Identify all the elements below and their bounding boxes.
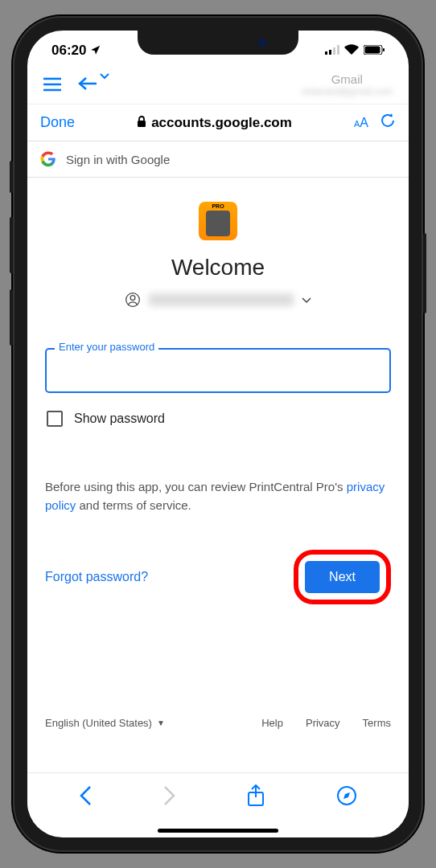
text-size-button[interactable]: AA <box>354 116 368 130</box>
done-button[interactable]: Done <box>40 114 75 131</box>
account-label[interactable]: Gmail redacted@gmail.com <box>301 72 393 97</box>
action-row: Forgot password? Next <box>45 550 391 604</box>
cellular-signal-icon <box>325 43 339 59</box>
password-label: Enter your password <box>55 341 158 353</box>
svg-rect-11 <box>138 121 146 127</box>
forgot-password-link[interactable]: Forgot password? <box>45 570 148 584</box>
show-password-row[interactable]: Show password <box>45 407 391 430</box>
address-bar[interactable]: accounts.google.com <box>86 115 343 131</box>
terms-link[interactable]: Terms <box>363 717 391 729</box>
signin-with-google-text: Sign in with Google <box>66 153 170 166</box>
svg-point-13 <box>130 296 135 301</box>
account-icon <box>125 292 141 308</box>
account-email-blurred <box>149 293 294 306</box>
volume-up <box>10 217 13 273</box>
screen: 06:20 <box>27 31 409 837</box>
app-header: Gmail redacted@gmail.com <box>27 66 409 104</box>
nav-back-button[interactable] <box>79 785 92 811</box>
help-link[interactable]: Help <box>261 717 283 729</box>
highlight-annotation: Next <box>294 550 391 604</box>
svg-rect-1 <box>329 50 331 55</box>
home-indicator[interactable] <box>158 829 278 833</box>
notch <box>138 31 298 55</box>
language-selector[interactable]: English (United States) ▼ <box>45 717 165 729</box>
main-content: Welcome Enter your password Show passwor… <box>27 178 409 745</box>
share-button[interactable] <box>247 784 265 812</box>
account-chip[interactable] <box>45 292 391 308</box>
svg-marker-17 <box>343 792 350 799</box>
svg-rect-6 <box>383 48 385 51</box>
svg-rect-2 <box>333 47 335 55</box>
nav-forward-button <box>163 785 176 811</box>
browser-bar: Done accounts.google.com AA <box>27 104 409 141</box>
location-services-icon <box>90 44 101 58</box>
svg-rect-5 <box>365 47 380 54</box>
password-input[interactable] <box>45 348 391 393</box>
language-label: English (United States) <box>45 717 152 729</box>
app-icon <box>199 202 237 240</box>
safari-toolbar <box>27 772 409 828</box>
password-field: Enter your password <box>45 348 391 393</box>
power-button <box>423 233 426 313</box>
google-logo-icon <box>40 151 56 167</box>
menu-icon[interactable] <box>43 74 61 96</box>
privacy-link[interactable]: Privacy <box>306 717 340 729</box>
footer-row: English (United States) ▼ Help Privacy T… <box>45 717 391 729</box>
google-signin-header: Sign in with Google <box>27 141 409 178</box>
chevron-down-icon <box>100 71 109 82</box>
url-text: accounts.google.com <box>151 115 292 131</box>
mute-switch <box>10 161 13 193</box>
chevron-down-icon <box>302 293 311 307</box>
volume-down <box>10 289 13 346</box>
disclosure-text: Before using this app, you can review Pr… <box>45 478 391 514</box>
next-button[interactable]: Next <box>305 561 380 593</box>
svg-rect-0 <box>325 51 327 55</box>
battery-icon <box>364 43 385 59</box>
gmail-email-blurred: redacted@gmail.com <box>301 86 393 97</box>
show-password-checkbox[interactable] <box>47 411 63 427</box>
status-time: 06:20 <box>51 43 86 59</box>
svg-rect-3 <box>337 45 339 55</box>
gmail-text: Gmail <box>301 72 393 86</box>
caret-down-icon: ▼ <box>157 719 165 727</box>
show-password-label: Show password <box>74 411 165 426</box>
wifi-icon <box>344 43 359 59</box>
back-button[interactable] <box>77 74 98 96</box>
phone-frame: 06:20 <box>13 16 423 852</box>
safari-button[interactable] <box>336 785 357 811</box>
lock-icon <box>137 116 146 129</box>
welcome-title: Welcome <box>45 255 391 280</box>
reload-button[interactable] <box>380 113 396 133</box>
